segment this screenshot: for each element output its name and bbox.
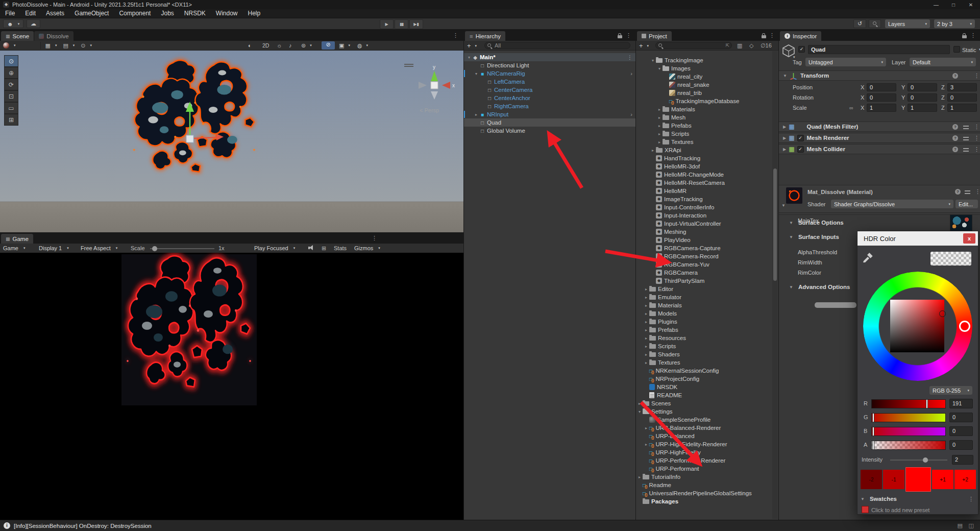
material-thumbnail[interactable] — [786, 187, 802, 204]
menu-help[interactable]: Help — [243, 9, 266, 18]
menu-jobs[interactable]: Jobs — [156, 9, 179, 18]
view-tool-button[interactable]: ⊙ — [4, 55, 18, 67]
shading-toggle[interactable]: ◐ — [248, 42, 252, 49]
exposure-swatch--2[interactable]: -2 — [861, 470, 882, 489]
expand-arrow-icon[interactable]: ▸ — [656, 107, 663, 112]
add-preset-label[interactable]: Click to add new preset — [871, 507, 929, 513]
minimize-button[interactable]: — — [929, 2, 943, 8]
stats-toggle[interactable]: Stats — [334, 245, 347, 251]
menu-nrsdk[interactable]: NRSDK — [179, 9, 211, 18]
component-menu-icon[interactable]: ⋮ — [974, 124, 979, 130]
transform-position-x-field[interactable]: 0 — [867, 83, 896, 91]
foldout-arrow-icon[interactable]: ▶ — [783, 136, 786, 140]
help-icon[interactable]: ? — [952, 73, 958, 79]
tab-game[interactable]: ▩ Game — [1, 234, 33, 244]
hdr-popup-close-button[interactable]: x — [963, 233, 975, 244]
camera-settings-dropdown[interactable]: ▣▾ — [339, 42, 350, 49]
rect-tool-button[interactable]: ▭ — [4, 102, 18, 114]
expand-arrow-icon[interactable]: ▸ — [643, 287, 649, 292]
project-item-tutorialinfo[interactable]: ▸TutorialInfo — [636, 473, 778, 481]
project-item-urp-performant-renderer[interactable]: □{}URP-Performant-Renderer — [636, 456, 778, 465]
project-item-settings[interactable]: ▾Settings — [636, 407, 778, 416]
tab-project[interactable]: Project — [637, 31, 672, 41]
project-item-universalrenderpipelineglobalsettings[interactable]: □{}UniversalRenderPipelineGlobalSettings — [636, 489, 778, 497]
foldout-arrow-icon[interactable]: ▶ — [783, 125, 786, 129]
expand-arrow-icon[interactable]: ▸ — [636, 475, 643, 479]
expand-arrow-icon[interactable]: ▸ — [656, 140, 663, 144]
material-property-alphathreshold[interactable]: AlphaThreshold — [798, 249, 837, 255]
preset-icon[interactable] — [963, 148, 969, 152]
project-item-hellomr[interactable]: ◆HelloMR — [636, 187, 778, 195]
project-search-input[interactable]: ⇱ — [655, 42, 732, 49]
transform-scale-x-field[interactable]: 1 — [867, 104, 896, 112]
project-item-input-virtualcontroller[interactable]: ◆Input-VirtualController — [636, 220, 778, 228]
grid-visibility-dropdown[interactable]: ▦▾ — [45, 42, 57, 49]
project-item-prefabs[interactable]: ▸Prefabs — [636, 122, 778, 130]
transform-rotation-y-field[interactable]: 0 — [908, 93, 937, 102]
project-item-hellomr-changemode[interactable]: ◆HelloMR-ChangeMode — [636, 171, 778, 179]
project-item-hellomr-3dof[interactable]: ◆HelloMR-3dof — [636, 162, 778, 171]
console-icon[interactable]: ▤ — [958, 522, 963, 529]
project-item-scenes[interactable]: ▸Scenes — [636, 399, 778, 407]
expand-arrow-icon[interactable]: ▸ — [643, 295, 649, 300]
project-item-models[interactable]: ▸Models — [636, 309, 778, 318]
exposure-swatch--1[interactable]: -1 — [883, 470, 904, 489]
scene-menu-icon[interactable]: ⋮ — [627, 55, 632, 60]
material-property-rimwidth[interactable]: RimWidth — [798, 259, 822, 266]
component-enabled-checkbox[interactable]: ✓ — [797, 135, 804, 141]
aspect-dropdown[interactable]: Free Aspect▾ — [81, 245, 117, 251]
sv-marker[interactable] — [939, 310, 946, 317]
gameobject-active-checkbox[interactable]: ✓ — [798, 46, 805, 53]
expand-arrow-icon[interactable]: ▸ — [643, 426, 649, 430]
project-item-urp-balanced-renderer[interactable]: ▸□{}URP-Balanced-Renderer — [636, 424, 778, 432]
expand-arrow-icon[interactable]: ▸ — [643, 360, 649, 365]
hierarchy-item-directional-light[interactable]: □Directional Light — [464, 61, 635, 69]
project-item-prefabs[interactable]: ▸Prefabs — [636, 326, 778, 334]
priority-slider[interactable] — [815, 302, 856, 308]
pause-button[interactable]: ▮▮ — [395, 19, 408, 29]
channel-value-b[interactable]: 0 — [949, 426, 973, 436]
expand-arrow-icon[interactable]: ▾ — [473, 71, 479, 76]
project-item-trackingimagedatabase[interactable]: □{}TrackingImageDatabase — [636, 97, 778, 105]
channel-slider-b[interactable] — [871, 427, 946, 436]
project-item-trackingimage[interactable]: ▾TrackingImage — [636, 56, 778, 64]
expand-arrow-icon[interactable]: ▾ — [636, 409, 643, 414]
expand-arrow-icon[interactable]: ▾ — [650, 58, 656, 63]
tag-dropdown[interactable]: Untagged▾ — [805, 58, 886, 66]
component-header-quad-mesh-filter[interactable]: ▶▦Quad (Mesh Filter)?⋮ — [779, 122, 980, 132]
project-item-xrapi[interactable]: ▸XRApi — [636, 146, 778, 154]
expand-arrow-icon[interactable]: ▸ — [656, 124, 663, 128]
channel-slider-handle[interactable] — [872, 441, 874, 450]
cloud-button[interactable]: ☁ — [27, 19, 40, 28]
project-item-nrkernalsessionconfig[interactable]: □{}NRKernalSessionConfig — [636, 367, 778, 375]
game-panel-menu[interactable]: ⋮ — [372, 235, 377, 242]
material-foldout-arrow[interactable]: ▼ — [781, 203, 786, 208]
transform-scale-z-field[interactable]: 1 — [947, 104, 977, 112]
project-item-emulator[interactable]: ▸Emulator — [636, 293, 778, 301]
eyedropper-icon[interactable] — [862, 251, 874, 263]
project-item-packages[interactable]: Packages — [636, 497, 778, 505]
expand-arrow-icon[interactable]: ▸ — [643, 344, 649, 349]
intensity-slider[interactable] — [890, 460, 947, 461]
lighting-toggle[interactable]: ☼ — [277, 42, 282, 49]
scale-tool-button[interactable]: ⊡ — [4, 90, 18, 102]
project-item-thirdpartyslam[interactable]: ◆ThirdPartySlam — [636, 277, 778, 285]
component-menu-icon[interactable]: ⋮ — [975, 188, 980, 195]
pick-window-icon[interactable]: ⇱ — [725, 43, 729, 48]
transform-position-y-field[interactable]: 0 — [908, 83, 937, 91]
intensity-value[interactable]: 2 — [952, 455, 973, 465]
help-icon[interactable]: ? — [955, 189, 961, 195]
shader-dropdown[interactable]: Shader Graphs/Dissolve▾ — [831, 200, 953, 208]
hidden-packages-count[interactable]: ∅16 — [761, 42, 772, 49]
preset-icon[interactable] — [963, 125, 969, 130]
tab-hierarchy[interactable]: ≡ Hierarchy — [465, 31, 505, 41]
hierarchy-search-input[interactable]: All — [484, 42, 630, 49]
scene-visibility-toggle[interactable]: ⊘ — [322, 41, 335, 50]
audio-toggle[interactable]: ♪ — [289, 42, 292, 49]
transform-rotation-x-field[interactable]: 0 — [867, 93, 896, 102]
hierarchy-item-nrinput[interactable]: ▸■NRInput› — [464, 110, 635, 118]
channel-value-r[interactable]: 191 — [949, 399, 973, 408]
project-item-images[interactable]: ▾Images — [636, 64, 778, 73]
project-item-rgbcamera-capture[interactable]: ◆RGBCamera-Capture — [636, 244, 778, 252]
play-button[interactable]: ▶ — [380, 19, 394, 29]
